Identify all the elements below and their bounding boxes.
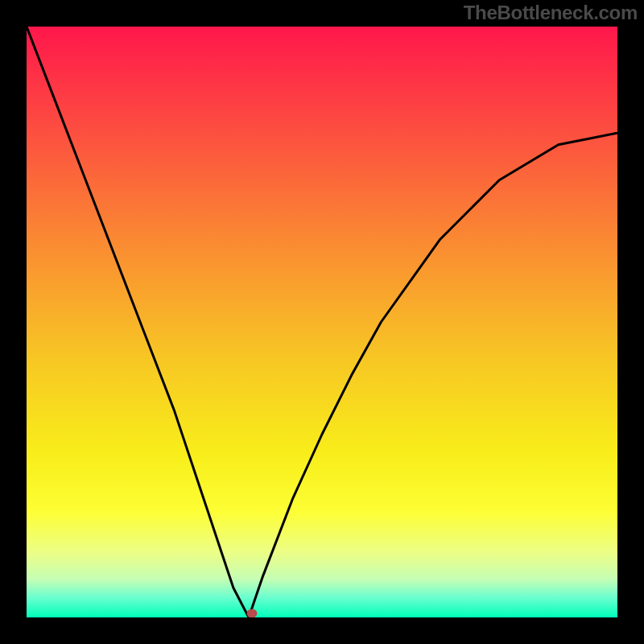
image-root: TheBottleneck.com <box>0 0 644 644</box>
brand-watermark: TheBottleneck.com <box>464 2 638 24</box>
bottleneck-curve <box>27 27 617 617</box>
minimum-marker <box>246 609 257 617</box>
plot-area <box>27 27 617 617</box>
